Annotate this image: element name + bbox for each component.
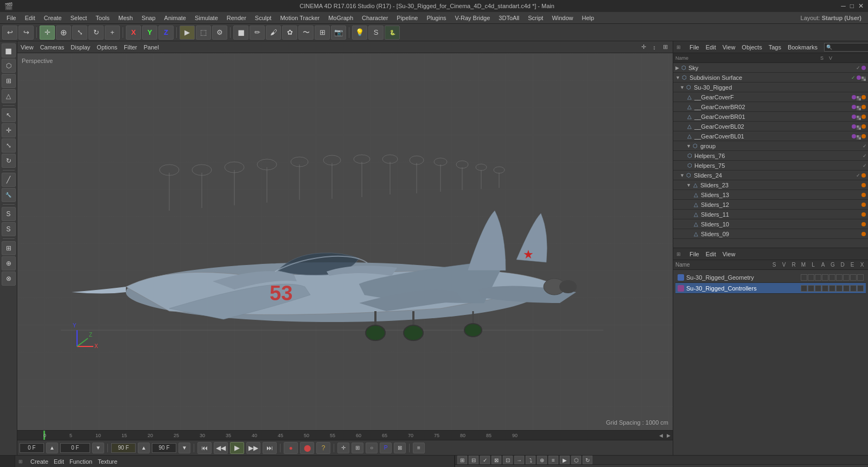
coord-tb-4[interactable]: ⊠ [492,456,501,464]
menu-mograph[interactable]: MoGraph [324,14,358,22]
menu-3dtoall[interactable]: 3DToAll [494,14,524,22]
obj-item-sliders24[interactable]: ▼ ⬡ Sliders_24 ✓ [673,171,868,180]
goto-start-button[interactable]: ⏮ [197,442,212,454]
left-tool-11[interactable]: ⊗ [2,272,16,286]
attr-menu-view[interactable]: View [723,251,736,257]
left-mode-4[interactable]: △ [2,89,16,103]
om-menu-tags[interactable]: Tags [769,44,781,51]
coord-tb-1[interactable]: ⊞ [457,456,467,464]
end-frame-up[interactable]: ▲ [138,443,150,453]
left-tool-1[interactable]: ↖ [2,108,16,122]
menu-mesh[interactable]: Mesh [114,14,137,22]
brush-button[interactable]: 🖌 [266,26,281,40]
viewport[interactable]: Perspective [17,53,673,430]
obj-item-helpers76[interactable]: ⬡ Helpers_76 ✓ [673,151,868,161]
undo-button[interactable]: ↩ [2,26,17,40]
pb-tool-6[interactable]: ≡ [413,443,425,453]
frame-down-button[interactable]: ▼ [92,443,104,453]
pen-button[interactable]: ✏ [250,26,265,40]
collapse-su30[interactable]: ▼ [680,85,685,90]
select-tool-button[interactable]: ⊕ [56,26,71,40]
y-axis-button[interactable]: Y [142,26,157,40]
obj-item-sliders09[interactable]: △ Sliders_09 [673,229,868,239]
x-axis-button[interactable]: X [126,26,141,40]
menu-help[interactable]: Help [578,14,599,22]
viewport-menu-view[interactable]: View [21,44,34,51]
obj-item-gearcovebr02[interactable]: △ __GearCoverBR02 [673,102,868,112]
max-frame-down[interactable]: ▼ [178,443,190,453]
menu-window[interactable]: Window [547,14,577,22]
left-tool-3[interactable]: ⤡ [2,138,16,153]
obj-item-gearcovebl01[interactable]: △ __GearCoverBL01 [673,131,868,141]
collapse-group[interactable]: ▼ [686,143,691,149]
geom-ctrl-2[interactable] [808,274,814,281]
om-menu-view[interactable]: View [723,44,736,51]
ctrl-ctrl-1[interactable] [801,285,807,292]
render-button[interactable]: ▶ [180,26,195,40]
mat-menu-function[interactable]: Function [69,458,92,465]
left-tool-6[interactable]: 🔧 [2,188,16,202]
obj-item-sliders13[interactable]: △ Sliders_13 [673,190,868,200]
coord-tb-9[interactable]: ≡ [548,456,558,464]
record-info-button[interactable]: ? [316,442,330,454]
smooth-button[interactable]: 〜 [298,26,314,40]
coord-tb-12[interactable]: ↻ [583,456,592,464]
close-button[interactable]: ✕ [858,2,864,10]
render-region-button[interactable]: ⬚ [196,26,211,40]
menu-tools[interactable]: Tools [91,14,114,22]
left-tool-7[interactable]: S [2,207,16,221]
left-tool-10[interactable]: ⊕ [2,256,16,270]
coord-tb-2[interactable]: ⊟ [469,456,478,464]
coord-tb-7[interactable]: ⤵ [526,456,535,464]
attr-menu-file[interactable]: File [690,251,699,257]
left-tool-5[interactable]: ╱ [2,173,16,187]
attr-item-geometry[interactable]: Su-30_Rigged_Geometry [675,272,866,283]
obj-item-sliders23[interactable]: ▼ △ Sliders_23 [673,180,868,190]
menu-pipeline[interactable]: Pipeline [392,14,422,22]
record-button[interactable]: ● [284,442,298,454]
cube-button[interactable]: ◼ [233,26,248,40]
mat-menu-create[interactable]: Create [30,458,48,465]
current-frame-input[interactable]: 0 F [20,443,44,453]
coord-tb-8[interactable]: ⊕ [537,456,547,464]
left-tool-2[interactable]: ✛ [2,123,16,137]
minimize-button[interactable]: ─ [841,2,846,10]
om-menu-edit[interactable]: Edit [706,44,716,51]
menu-simulate[interactable]: Simulate [190,14,222,22]
pb-tool-2[interactable]: ⊞ [352,443,363,453]
goto-end-button[interactable]: ⏭ [263,442,277,454]
menu-sculpt[interactable]: Sculpt [251,14,276,22]
play-forward-button[interactable]: ▶▶ [246,442,260,454]
menu-script[interactable]: Script [524,14,547,22]
viewport-menu-panel[interactable]: Panel [144,44,159,51]
viewport-icon-1[interactable]: ✛ [639,43,648,52]
menu-vray[interactable]: V-Ray Bridge [451,14,495,22]
scale-tool-button[interactable]: ⤡ [72,26,87,40]
obj-item-sliders11[interactable]: △ Sliders_11 [673,210,868,219]
viewport-icon-2[interactable]: ↕ [650,43,659,52]
viewport-menu-cameras[interactable]: Cameras [40,44,65,51]
pb-tool-4[interactable]: P [380,443,392,453]
mat-menu-edit[interactable]: Edit [54,458,64,465]
menu-animate[interactable]: Animate [160,14,190,22]
collapse-sliders23[interactable]: ▼ [686,182,691,188]
obj-item-gearcovebr01[interactable]: △ __GearCoverBR01 [673,112,868,122]
left-mode-3[interactable]: ⊞ [2,74,16,88]
left-tool-9[interactable]: ⊞ [2,241,16,255]
move-tool-button[interactable]: ✛ [40,26,55,40]
menu-render[interactable]: Render [222,14,251,22]
z-axis-button[interactable]: Z [158,26,174,40]
end-frame-input[interactable] [111,443,136,453]
pb-tool-5[interactable]: ⊠ [394,443,406,453]
mat-menu-texture[interactable]: Texture [98,458,117,465]
geom-ctrl-1[interactable] [801,274,807,281]
obj-item-helpers75[interactable]: ⬡ Helpers_75 ✓ [673,161,868,171]
obj-item-sliders12[interactable]: △ Sliders_12 [673,200,868,210]
twirl-button[interactable]: ✿ [282,26,297,40]
left-tool-8[interactable]: S [2,222,16,236]
left-mode-1[interactable]: ◼ [2,43,16,58]
viewport-menu-display[interactable]: Display [71,44,90,51]
render-active-button[interactable]: ⚙ [212,26,227,40]
om-menu-file[interactable]: File [690,44,699,51]
viewport-icon-3[interactable]: ⊞ [661,43,669,52]
